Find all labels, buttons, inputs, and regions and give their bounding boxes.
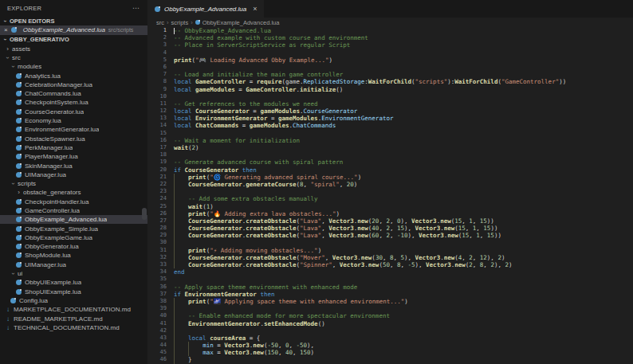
- code-line[interactable]: 32 CourseGenerator.createObstacle("Mover…: [147, 254, 633, 261]
- code-line[interactable]: 3-- Place in ServerScriptService as regu…: [147, 41, 633, 49]
- tree-item-assets[interactable]: ›assets: [0, 45, 147, 53]
- code-text: local CourseGenerator = gameModules.Cour…: [174, 108, 357, 115]
- tree-item-SkinManager.lua[interactable]: SkinManager.lua: [0, 161, 147, 170]
- code-line[interactable]: 41 EnvironmentGenerator.setEnhancedMode(…: [147, 320, 633, 327]
- code-line[interactable]: 6: [147, 64, 633, 71]
- code-line[interactable]: 19-- Generate advanced course with spira…: [147, 159, 633, 166]
- code-line[interactable]: 27 CourseGenerator.createObstacle("Lava"…: [147, 217, 633, 225]
- tree-item-ui[interactable]: ›ui: [0, 269, 147, 278]
- code-line[interactable]: 12local CourseGenerator = gameModules.Co…: [147, 108, 633, 115]
- code-line[interactable]: 17wait(2): [147, 144, 633, 151]
- code-line[interactable]: 15: [147, 130, 633, 137]
- tree-item-ObbyGenerator.lua[interactable]: ObbyGenerator.lua: [0, 242, 147, 251]
- tree-item-scripts[interactable]: ›scripts: [0, 179, 147, 188]
- code-line[interactable]: 25 wait(1): [147, 203, 633, 210]
- code-line[interactable]: 30: [147, 239, 633, 246]
- code-line[interactable]: 45 max = Vector3.new(150, 40, 150): [147, 349, 633, 356]
- close-icon[interactable]: ×: [4, 26, 8, 33]
- tree-item-ShopModule.lua[interactable]: ShopModule.lua: [0, 251, 147, 260]
- tree-item-ObbyExample_Advanced.lua[interactable]: ObbyExample_Advanced.lua: [0, 215, 147, 224]
- line-number: 26: [147, 210, 167, 217]
- tree-item-ObbyExampleGame.lua[interactable]: ObbyExampleGame.lua: [0, 233, 147, 242]
- tree-item-PerkManager.lua[interactable]: PerkManager.lua: [0, 143, 147, 152]
- code-line[interactable]: 31 print("⚡ Adding moving obstacles..."): [147, 247, 633, 254]
- tree-item-EnvironmentGenerator.lua[interactable]: EnvironmentGenerator.lua: [0, 125, 147, 134]
- code-line[interactable]: 10: [147, 93, 633, 100]
- code-line[interactable]: 22 CourseGenerator.generateCourse(8, "sp…: [147, 181, 633, 188]
- file-name: ObbyGenerator.lua: [25, 243, 79, 250]
- code-line[interactable]: 43 local courseArea = {: [147, 335, 633, 342]
- code-line[interactable]: 9local gameModules = GameController.init…: [147, 86, 633, 93]
- code-line[interactable]: 7-- Load and initialize the main game co…: [147, 71, 633, 78]
- tree-item-CourseGenerator.lua[interactable]: CourseGenerator.lua: [0, 108, 147, 116]
- breadcrumb-scripts[interactable]: scripts: [171, 19, 189, 26]
- code-line[interactable]: 29 CourseGenerator.createObstacle("Lava"…: [147, 232, 633, 239]
- tree-item-Analytics.lua[interactable]: Analytics.lua: [0, 71, 147, 80]
- tree-item-ObstacleSpawner.lua[interactable]: ObstacleSpawner.lua: [0, 134, 147, 143]
- lua-file-icon: [16, 235, 22, 241]
- code-line[interactable]: 20if CourseGenerator then: [147, 166, 633, 174]
- tree-item-CelebrationManager.lua[interactable]: CelebrationManager.lua: [0, 80, 147, 89]
- code-line[interactable]: 36-- Apply space theme environment with …: [147, 284, 633, 291]
- lua-file-icon: [11, 27, 17, 33]
- tree-item-CheckpointHandler.lua[interactable]: CheckpointHandler.lua: [0, 198, 147, 206]
- indent-guide: [174, 217, 175, 225]
- tree-item-README_MARKETPLACE.md[interactable]: ↓README_MARKETPLACE.md: [0, 314, 147, 323]
- explorer-title: EXPLORER: [7, 5, 41, 12]
- tree-item-CheckpointSystem.lua[interactable]: CheckpointSystem.lua: [0, 98, 147, 107]
- tab-obbyexample-advanced[interactable]: ObbyExample_Advanced.lua ×: [147, 0, 264, 18]
- tree-item-src[interactable]: ›src: [0, 53, 147, 62]
- more-actions-icon[interactable]: ⋯: [132, 4, 140, 12]
- code-line[interactable]: 21 print("🌀 Generating advanced spiral c…: [147, 174, 633, 181]
- tree-item-ShopUIExample.lua[interactable]: ShopUIExample.lua: [0, 288, 147, 296]
- code-text: min = Vector3.new(-50, 0, -50),: [174, 342, 314, 349]
- code-line[interactable]: 37if EnvironmentGenerator then: [147, 291, 633, 298]
- code-line[interactable]: 26 print("🔥 Adding extra lava obstacles.…: [147, 210, 633, 217]
- tree-item-TECHNICAL_DOCUMENTATION.md[interactable]: ↓TECHNICAL_DOCUMENTATION.md: [0, 323, 147, 332]
- code-line[interactable]: 14local ChatCommands = gameModules.ChatC…: [147, 122, 633, 129]
- tree-item-obstacle_generators[interactable]: ›obstacle_generators: [0, 188, 147, 197]
- open-editor-item[interactable]: × ObbyExample_Advanced.lua src/scripts: [0, 25, 147, 35]
- code-line[interactable]: 2-- Advanced example with custom course …: [147, 34, 633, 41]
- code-line[interactable]: 33 CourseGenerator.createObstacle("Spinn…: [147, 261, 633, 268]
- code-line[interactable]: 34end: [147, 268, 633, 276]
- tree-item-UIManager.lua[interactable]: UIManager.lua: [0, 170, 147, 179]
- tree-item-MARKETPLACE_DOCUMENTATION.md[interactable]: ↓MARKETPLACE_DOCUMENTATION.md: [0, 305, 147, 314]
- code-line[interactable]: 44 min = Vector3.new(-50, 0, -50),: [147, 342, 633, 349]
- open-editors-section-header[interactable]: › OPEN EDITORS: [0, 16, 147, 25]
- tree-item-modules[interactable]: ›modules: [0, 62, 147, 71]
- tree-item-ChatCommands.lua[interactable]: ChatCommands.lua: [0, 89, 147, 98]
- tree-item-Config.lua[interactable]: Config.lua: [0, 296, 147, 305]
- code-line[interactable]: 13local EnvironmentGenerator = gameModul…: [147, 115, 633, 122]
- code-line[interactable]: 40 -- Enable enhanced mode for more spec…: [147, 312, 633, 319]
- code-line[interactable]: 46 }: [147, 356, 633, 363]
- tree-item-UIManager.lua[interactable]: UIManager.lua: [0, 260, 147, 269]
- file-name: TECHNICAL_DOCUMENTATION.md: [14, 324, 120, 331]
- line-number: 31: [147, 247, 167, 254]
- code-line[interactable]: 1-- ObbyExample_Advanced.lua: [147, 27, 633, 34]
- code-line[interactable]: 18: [147, 151, 633, 159]
- code-line[interactable]: 5print("🎮 Loading Advanced Obby Example.…: [147, 57, 633, 64]
- workspace-section-header[interactable]: › OBBY_GENERATIVO: [0, 35, 147, 45]
- code-line[interactable]: 16-- Wait a moment for initialization: [147, 137, 633, 144]
- code-line[interactable]: 42: [147, 327, 633, 335]
- code-line[interactable]: 4: [147, 49, 633, 57]
- tree-item-ObbyExample_Simple.lua[interactable]: ObbyExample_Simple.lua: [0, 224, 147, 233]
- sidebar-scrollbar-thumb[interactable]: [142, 208, 147, 220]
- code-line[interactable]: 28 CourseGenerator.createObstacle("Lava"…: [147, 225, 633, 232]
- tree-item-GameController.lua[interactable]: GameController.lua: [0, 206, 147, 215]
- code-line[interactable]: 11-- Get references to the modules we ne…: [147, 100, 633, 108]
- code-line[interactable]: 8local GameController = require(game.Rep…: [147, 78, 633, 85]
- tree-item-Economy.lua[interactable]: Economy.lua: [0, 116, 147, 125]
- tree-item-PlayerManager.lua[interactable]: PlayerManager.lua: [0, 152, 147, 161]
- code-line[interactable]: 23: [147, 188, 633, 195]
- close-icon[interactable]: ×: [253, 5, 257, 13]
- breadcrumb-src[interactable]: src: [156, 19, 164, 26]
- file-name: CelebrationManager.lua: [25, 81, 92, 88]
- code-line[interactable]: 24 -- Add some extra obstacles manually: [147, 195, 633, 202]
- breadcrumb-filename[interactable]: ObbyExample_Advanced.lua: [202, 19, 280, 26]
- code-line[interactable]: 35: [147, 276, 633, 283]
- code-line[interactable]: 38 print("🌌 Applying space theme with en…: [147, 298, 633, 305]
- tree-item-ObbyUIExample.lua[interactable]: ObbyUIExample.lua: [0, 278, 147, 287]
- code-line[interactable]: 39: [147, 305, 633, 312]
